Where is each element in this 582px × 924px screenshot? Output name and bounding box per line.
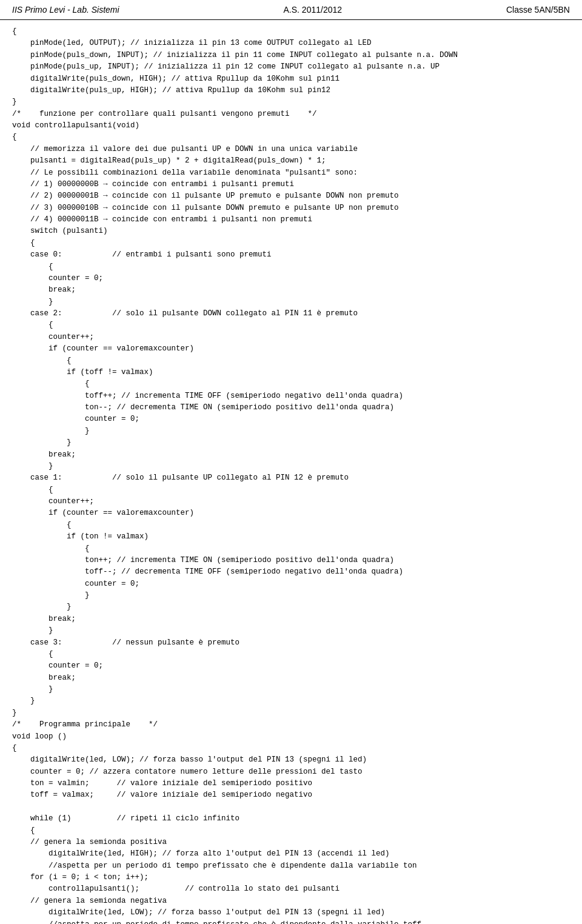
code-block: { pinMode(led, OUTPUT); // inizializza i…: [0, 20, 582, 924]
page-header: IIS Primo Levi - Lab. Sistemi A.S. 2011/…: [0, 0, 582, 20]
header-year: A.S. 2011/2012: [284, 5, 343, 15]
header-school: IIS Primo Levi - Lab. Sistemi: [12, 5, 119, 15]
header-class: Classe 5AN/5BN: [506, 5, 570, 15]
